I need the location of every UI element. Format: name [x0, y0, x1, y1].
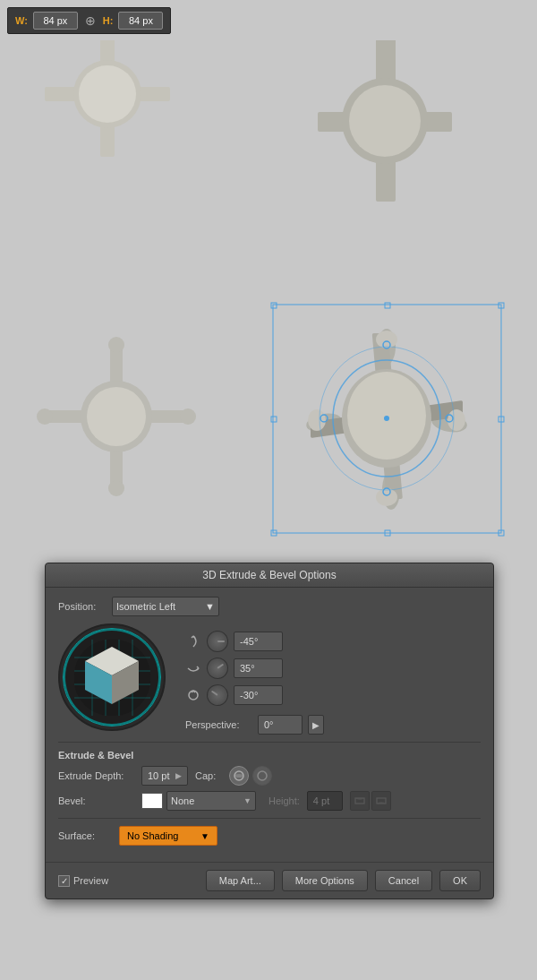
canvas-area	[0, 40, 537, 555]
svg-point-3	[79, 65, 136, 123]
bevel-select[interactable]: None ▼	[166, 791, 256, 811]
y-rotation-row: 35°	[185, 658, 324, 679]
position-select[interactable]: Isometric Left ▼	[112, 597, 219, 616]
perspective-label: Perspective:	[185, 719, 252, 730]
cube-preview	[58, 623, 166, 731]
svg-point-34	[376, 331, 397, 348]
position-value: Isometric Left	[116, 601, 175, 612]
position-label: Position:	[58, 601, 112, 612]
map-art-button[interactable]: Map Art...	[206, 870, 275, 891]
svg-point-44	[384, 416, 389, 421]
svg-point-14	[108, 480, 124, 496]
height-label: Height:	[268, 795, 300, 806]
bevel-swatch	[141, 793, 163, 809]
z-rotation-dial[interactable]	[203, 681, 233, 710]
x-rotation-dial[interactable]	[202, 626, 233, 657]
cap-label: Cap:	[195, 770, 222, 781]
svg-point-35	[376, 488, 397, 506]
perspective-value: 0°	[258, 715, 303, 735]
svg-rect-18	[271, 303, 277, 308]
dialog-footer: Preview Map Art... More Options Cancel O…	[46, 862, 493, 898]
bevel-controls: None ▼	[141, 791, 256, 811]
svg-point-57	[189, 691, 198, 700]
x-rotation-value: -45°	[234, 632, 283, 651]
position-arrow-icon: ▼	[205, 601, 215, 612]
cap-on-btn[interactable]	[229, 766, 249, 786]
height-input[interactable]	[118, 12, 163, 30]
bevel-inward-btn[interactable]	[350, 791, 370, 811]
cube-svg	[74, 640, 150, 716]
z-rotation-row: -30°	[185, 684, 324, 706]
z-rotation-icon	[185, 687, 201, 703]
preview-checkbox[interactable]	[58, 875, 70, 887]
extrude-depth-value: 10 pt	[148, 770, 169, 781]
extrude-depth-label: Extrude Depth:	[58, 770, 134, 781]
height-input: 4 pt	[307, 791, 343, 811]
surface-row: Surface: No Shading ▼	[58, 826, 481, 846]
extrude-depth-input[interactable]: 10 pt ▶	[141, 766, 188, 786]
height-label: H:	[103, 15, 114, 26]
y-rotation-icon	[185, 660, 201, 676]
x-rotation-icon	[185, 633, 201, 649]
ok-button[interactable]: OK	[439, 870, 481, 891]
perspective-row: Perspective: 0° ▶	[185, 715, 324, 735]
width-label: W:	[15, 15, 28, 26]
y-rotation-dial[interactable]	[202, 653, 232, 683]
surface-arrow-icon: ▼	[200, 831, 209, 841]
svg-rect-19	[385, 303, 390, 308]
toolbar: W: ⊕ H:	[7, 7, 171, 34]
dialog-title: 3D Extrude & Bevel Options	[46, 563, 493, 588]
y-rotation-value: 35°	[234, 658, 283, 678]
cube-preview-inner	[63, 628, 161, 726]
svg-point-8	[349, 85, 421, 157]
bevel-outward-btn[interactable]	[371, 791, 391, 811]
extrude-depth-row: Extrude Depth: 10 pt ▶ Cap:	[58, 766, 481, 786]
position-row: Position: Isometric Left ▼	[58, 597, 481, 616]
svg-point-32	[308, 409, 326, 431]
link-icon[interactable]: ⊕	[85, 13, 96, 28]
dialog-3d-extrude: 3D Extrude & Bevel Options Position: Iso…	[45, 563, 494, 899]
divider-1	[58, 742, 481, 743]
extrude-bevel-label: Extrude & Bevel	[58, 750, 481, 761]
svg-point-33	[448, 409, 465, 431]
z-rotation-value: -30°	[234, 685, 283, 705]
surface-value: No Shading	[127, 830, 179, 841]
svg-point-11	[180, 408, 196, 425]
surface-label: Surface:	[58, 830, 112, 841]
preview-check: Preview	[58, 875, 108, 887]
height-value: 4 pt	[313, 795, 329, 806]
x-rotation-row: -45°	[185, 631, 324, 652]
svg-point-13	[108, 337, 124, 353]
surface-select[interactable]: No Shading ▼	[119, 826, 217, 846]
cap-off-btn[interactable]	[252, 766, 272, 786]
svg-point-16	[87, 387, 146, 446]
svg-rect-25	[271, 417, 277, 422]
more-options-button[interactable]: More Options	[282, 870, 368, 891]
width-input[interactable]	[33, 12, 78, 30]
perspective-arrow-btn[interactable]: ▶	[308, 715, 324, 735]
extrude-depth-arrow: ▶	[175, 771, 182, 780]
bevel-value: None	[171, 795, 194, 806]
svg-point-10	[37, 408, 53, 425]
cancel-button[interactable]: Cancel	[375, 870, 432, 891]
svg-point-59	[234, 774, 243, 778]
bevel-label: Bevel:	[58, 795, 134, 806]
bevel-arrow: ▼	[243, 796, 251, 805]
preview-label: Preview	[73, 875, 108, 886]
svg-point-60	[258, 771, 267, 780]
bevel-icon-btns	[350, 791, 391, 811]
divider-2	[58, 818, 481, 819]
cap-buttons	[229, 766, 272, 786]
bevel-row: Bevel: None ▼ Height: 4 pt	[58, 791, 481, 811]
